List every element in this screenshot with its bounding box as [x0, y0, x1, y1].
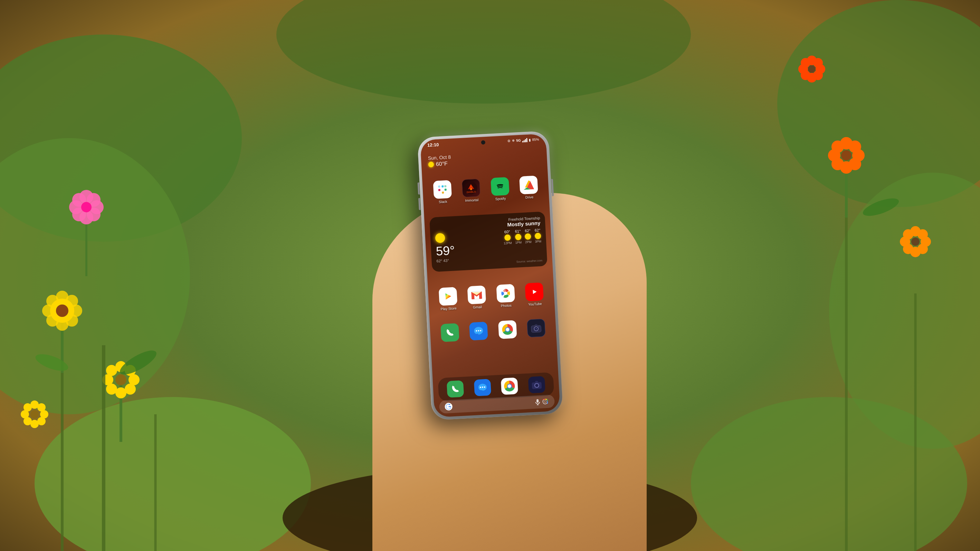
dock-camera[interactable] — [528, 376, 545, 393]
forecast-temp-3pm: 62° — [535, 228, 540, 232]
sun-icon-small — [428, 162, 434, 167]
weather-forecast: 60° 12PM 61° 1PM 62° — [503, 228, 541, 245]
svg-point-37 — [24, 403, 32, 411]
bluetooth-icon: ❄ — [512, 139, 515, 143]
phone-call-icon[interactable] — [440, 323, 459, 342]
messages-app[interactable] — [469, 322, 488, 341]
svg-point-76 — [808, 65, 816, 73]
spotify-app[interactable]: Spotify — [490, 177, 509, 201]
immortal-icon[interactable]: DIABLO — [461, 178, 480, 197]
forecast-time-2pm: 2PM — [525, 240, 531, 244]
weather-left: 59° 62° 43° — [435, 230, 501, 263]
settings-icon: ⚙ — [508, 139, 511, 143]
youtube-icon[interactable] — [525, 283, 544, 302]
svg-point-102 — [504, 291, 508, 295]
date-widget: Sun, Oct 8 60°F — [428, 154, 451, 168]
battery-percent: 85% — [532, 137, 539, 141]
battery-icon: ▮ — [528, 138, 531, 141]
weather-high: 62° — [436, 259, 442, 263]
svg-point-29 — [115, 374, 126, 385]
svg-point-75 — [801, 58, 810, 68]
apps-row-1: Slack DIABLO Im — [422, 175, 549, 205]
svg-point-57 — [832, 141, 844, 153]
svg-point-19 — [56, 305, 68, 317]
apps-row-3 — [430, 318, 556, 343]
svg-marker-121 — [480, 390, 482, 392]
phone-body: 12:10 ⚙ ❄ 5G ▮ 85% — [417, 131, 563, 421]
network-label: 5G — [516, 138, 520, 143]
playstore-app[interactable]: Play Store — [438, 287, 457, 311]
svg-rect-86 — [441, 186, 443, 187]
youtube-app[interactable]: YouTube — [525, 283, 544, 306]
forecast-icon-1pm — [515, 234, 521, 240]
forecast-time-1pm: 1PM — [515, 241, 522, 245]
forecast-icon-2pm — [525, 233, 531, 240]
forecast-12pm: 60° 12PM — [503, 230, 512, 245]
forecast-icon-3pm — [535, 233, 541, 239]
svg-rect-89 — [438, 186, 440, 187]
drive-label: Drive — [525, 195, 533, 199]
forecast-temp-2pm: 62° — [524, 229, 530, 233]
forecast-3pm: 62° 3PM — [534, 228, 541, 243]
photos-label: Photos — [501, 303, 512, 308]
spotify-label: Spotify — [495, 197, 506, 201]
forecast-temp-1pm: 61° — [515, 229, 520, 233]
weather-widget[interactable]: Freehold Township Mostly sunny 59° 62° 4… — [429, 212, 547, 272]
svg-point-94 — [494, 181, 505, 192]
chrome-icon[interactable] — [498, 320, 517, 339]
mic-button[interactable] — [533, 398, 541, 406]
phone-app[interactable] — [440, 323, 459, 342]
camera-app[interactable] — [527, 319, 546, 338]
svg-point-18 — [46, 295, 59, 307]
weather-main: 59° 62° 43° 60° 12PM — [435, 228, 542, 263]
playstore-label: Play Store — [441, 306, 457, 311]
svg-point-38 — [30, 410, 39, 418]
front-camera — [481, 140, 485, 144]
current-temperature: 59° — [436, 242, 501, 257]
photos-icon[interactable] — [496, 284, 515, 303]
drive-app[interactable]: Drive — [519, 175, 538, 200]
photos-app[interactable]: Photos — [496, 284, 515, 308]
chrome-app[interactable] — [498, 320, 517, 339]
weather-low: 43° — [443, 258, 449, 263]
svg-rect-85 — [438, 189, 440, 191]
slack-app[interactable]: Slack — [433, 180, 452, 204]
svg-point-48 — [81, 202, 92, 212]
status-icons: ⚙ ❄ 5G ▮ 85% — [508, 137, 539, 143]
google-logo[interactable] — [445, 403, 452, 410]
slack-icon[interactable] — [433, 180, 452, 199]
messages-icon[interactable] — [469, 322, 488, 341]
phone: 12:10 ⚙ ❄ 5G ▮ 85% — [417, 131, 563, 421]
youtube-label: YouTube — [528, 302, 542, 306]
gmail-app[interactable]: Gmail — [467, 286, 486, 310]
current-temp-widget: 60°F — [428, 160, 451, 167]
spotify-icon[interactable] — [490, 177, 509, 196]
lens-button[interactable] — [541, 398, 549, 406]
slack-label: Slack — [438, 200, 447, 204]
forecast-temp-12pm: 60° — [504, 230, 510, 234]
svg-text:DIABLO: DIABLO — [466, 191, 476, 193]
dock-chrome[interactable] — [501, 377, 518, 395]
svg-point-28 — [106, 365, 117, 376]
playstore-icon[interactable] — [438, 287, 457, 306]
forecast-1pm: 61° 1PM — [514, 229, 522, 245]
immortal-label: Immortal — [465, 198, 479, 202]
gmail-icon[interactable] — [467, 286, 486, 305]
apps-row-2: Play Store Gmail — [428, 282, 554, 311]
svg-point-135 — [544, 400, 546, 403]
temp-value: 60°F — [436, 160, 448, 167]
svg-point-58 — [841, 150, 851, 160]
camera-icon-app[interactable] — [527, 319, 546, 338]
dock-phone[interactable] — [447, 380, 464, 397]
svg-rect-88 — [441, 192, 444, 194]
svg-rect-87 — [444, 189, 446, 191]
svg-point-67 — [911, 238, 920, 246]
immortal-app[interactable]: DIABLO Immortal — [461, 178, 480, 203]
date-text: Sun, Oct 8 — [428, 154, 451, 161]
dock-messages[interactable] — [474, 379, 491, 396]
svg-rect-131 — [536, 399, 539, 403]
forecast-icon-12pm — [504, 234, 511, 241]
forecast-time-3pm: 3PM — [535, 240, 541, 243]
drive-icon[interactable] — [519, 175, 538, 194]
scene: 12:10 ⚙ ❄ 5G ▮ 85% — [0, 0, 980, 551]
